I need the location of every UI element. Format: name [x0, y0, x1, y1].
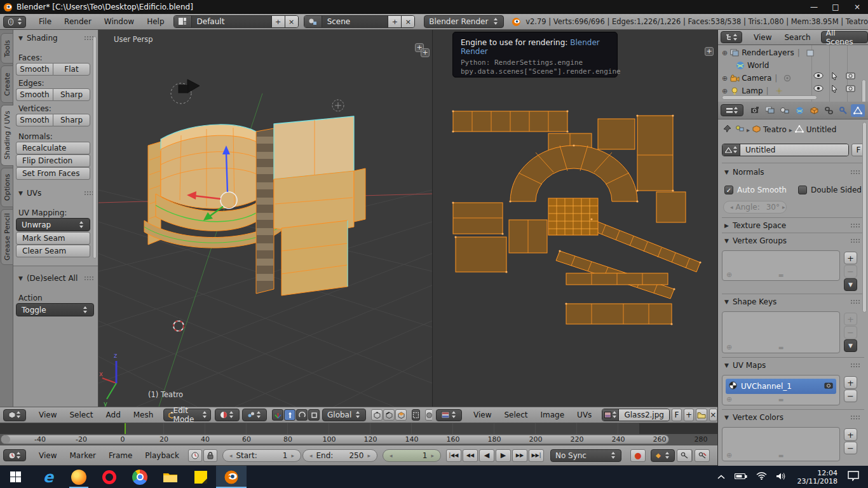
- tool-shelf-scrollbar[interactable]: [93, 36, 97, 259]
- render-engine-dropdown[interactable]: Blender Render: [424, 15, 503, 28]
- manipulator-axis-icon[interactable]: [272, 409, 283, 421]
- insert-keyframe-icon-button[interactable]: [677, 449, 692, 462]
- add-scene-button[interactable]: +: [388, 16, 401, 27]
- uv-menu-view[interactable]: View: [467, 410, 498, 419]
- expand-icon[interactable]: ⊕: [722, 49, 728, 57]
- unlink-image-button[interactable]: ×: [709, 409, 717, 421]
- render-toggle-camera-icon[interactable]: [846, 85, 855, 95]
- tab-tools[interactable]: Tools: [1, 33, 13, 64]
- add-shape-key-button[interactable]: +: [844, 313, 857, 325]
- image-datablock-dropdown[interactable]: [602, 409, 619, 421]
- auto-smooth-angle-slider[interactable]: ◂ Angle: 30° ▸: [723, 201, 787, 214]
- hide-toggle-eye-icon[interactable]: [813, 72, 824, 82]
- outliner-row-renderlayers[interactable]: ⊕ RenderLayers |: [722, 46, 817, 59]
- remove-vertex-group-button[interactable]: −: [844, 265, 857, 278]
- uv-image-editor[interactable]: +: [432, 30, 717, 407]
- end-frame-field[interactable]: ◂ End: 250 ▸: [302, 449, 377, 462]
- editor-type-button-timeline[interactable]: [3, 449, 26, 461]
- v3d-menu-view[interactable]: View: [32, 410, 63, 419]
- tab-options[interactable]: Options: [1, 168, 13, 207]
- texture-space-panel-header[interactable]: ▶Texture Space: [724, 221, 860, 230]
- tl-menu-frame[interactable]: Frame: [102, 451, 139, 460]
- panel-grip[interactable]: [850, 170, 860, 175]
- tab-render-layers[interactable]: [763, 104, 777, 117]
- tab-create[interactable]: Create: [1, 65, 13, 103]
- vertex-colors-panel-header[interactable]: ▼Vertex Colors: [724, 413, 860, 422]
- maximize-button[interactable]: □: [825, 0, 846, 14]
- shape-keys-panel-header[interactable]: ▼Shape Keys: [724, 297, 860, 306]
- expand-icon[interactable]: ⊕: [722, 87, 728, 95]
- uv-maps-list[interactable]: UVChannel_1 ⊕=: [722, 375, 840, 405]
- taskbar-firefox[interactable]: [64, 466, 94, 488]
- panel-grip[interactable]: [850, 223, 860, 228]
- edges-smooth-button[interactable]: Smooth: [16, 88, 53, 101]
- vertex-group-specials-button[interactable]: ▼: [844, 278, 857, 291]
- v3d-menu-add[interactable]: Add: [100, 410, 127, 419]
- rotate-manipulator-button[interactable]: [296, 409, 308, 421]
- outliner-horizontal-scrollbar[interactable]: [722, 95, 817, 100]
- display-mode-dropdown[interactable]: All Scenes: [821, 31, 868, 43]
- uv-menu-select[interactable]: Select: [498, 410, 534, 419]
- tab-material[interactable]: [865, 104, 868, 117]
- taskbar-file-explorer[interactable]: [155, 466, 186, 488]
- scale-manipulator-button[interactable]: [308, 409, 320, 421]
- wifi-icon[interactable]: [756, 472, 767, 482]
- pin-icon[interactable]: [723, 125, 731, 135]
- editor-type-button-outliner[interactable]: [721, 31, 742, 43]
- set-from-faces-button[interactable]: Set From Faces: [16, 167, 90, 180]
- render-toggle-camera-icon[interactable]: [846, 72, 855, 82]
- action-center-icon[interactable]: [848, 471, 859, 483]
- sync-mode-dropdown[interactable]: No Sync: [550, 449, 621, 462]
- previous-keyframe-button[interactable]: ◀◀: [463, 449, 478, 462]
- properties-scrollbar[interactable]: [862, 122, 867, 313]
- scene-name[interactable]: Scene: [322, 16, 388, 27]
- delete-scene-button[interactable]: ×: [401, 16, 414, 27]
- shape-keys-list[interactable]: ⊕=: [722, 311, 840, 353]
- start-frame-field[interactable]: ◂ Start: 1 ▸: [222, 449, 301, 462]
- expand-icon[interactable]: ⊕: [722, 74, 728, 83]
- delete-layout-button[interactable]: ×: [285, 16, 298, 27]
- flip-direction-button[interactable]: Flip Direction: [16, 154, 90, 167]
- clock[interactable]: 12:04 23/11/2018: [797, 469, 837, 485]
- normals-panel-header[interactable]: ▼Normals: [724, 168, 860, 177]
- action-dropdown[interactable]: Toggle: [16, 303, 94, 316]
- taskbar-opera[interactable]: [94, 466, 125, 488]
- faces-flat-button[interactable]: Flat: [53, 63, 90, 76]
- tab-world[interactable]: [792, 104, 806, 117]
- face-select-button[interactable]: [395, 409, 407, 421]
- taskbar-edge[interactable]: e: [33, 466, 64, 488]
- uv-maps-panel-header[interactable]: ▼UV Maps: [724, 361, 860, 370]
- image-fake-user-button[interactable]: F: [672, 409, 682, 421]
- edges-sharp-button[interactable]: Sharp: [53, 88, 90, 101]
- tab-modifiers[interactable]: [836, 104, 850, 117]
- selectable-toggle-cursor-icon[interactable]: [831, 72, 838, 82]
- keying-set-dropdown[interactable]: ◆: [651, 449, 675, 462]
- image-name-field[interactable]: Glass2.jpg: [619, 409, 669, 421]
- remove-uv-map-button[interactable]: −: [844, 390, 857, 402]
- tab-object-data[interactable]: [851, 104, 865, 117]
- v3d-menu-select[interactable]: Select: [63, 410, 99, 419]
- outliner-menu-search[interactable]: Search: [778, 33, 817, 42]
- jump-to-start-button[interactable]: |◀◀: [446, 449, 461, 462]
- screen-layout-selector[interactable]: Default + ×: [173, 15, 299, 28]
- battery-icon[interactable]: [735, 473, 747, 482]
- tl-menu-view[interactable]: View: [32, 451, 63, 460]
- new-image-button[interactable]: +: [684, 409, 694, 421]
- outliner-vertical-scrollbar[interactable]: [862, 79, 866, 102]
- lock-time-cursor-button[interactable]: [203, 449, 217, 462]
- next-keyframe-button[interactable]: ▶▶: [512, 449, 527, 462]
- vertex-select-button[interactable]: [371, 409, 383, 421]
- uv-map-render-camera-icon[interactable]: [824, 382, 833, 391]
- current-frame-marker[interactable]: [125, 423, 126, 434]
- hide-toggle-eye-icon[interactable]: [813, 85, 824, 95]
- close-button[interactable]: ×: [846, 0, 868, 14]
- add-vertex-color-button[interactable]: +: [844, 428, 857, 441]
- uv-menu-image[interactable]: Image: [534, 410, 571, 419]
- vertex-groups-list[interactable]: ⊕=: [722, 250, 840, 281]
- 3d-viewport[interactable]: x y z User Persp (1) Teatro + +: [98, 30, 432, 407]
- tray-chevron-icon[interactable]: [717, 473, 725, 482]
- remove-shape-key-button[interactable]: −: [844, 326, 857, 339]
- breadcrumb-data-name[interactable]: Untitled: [806, 125, 836, 134]
- vertex-colors-list[interactable]: ⊕=: [722, 427, 840, 461]
- add-vertex-group-button[interactable]: +: [844, 252, 857, 264]
